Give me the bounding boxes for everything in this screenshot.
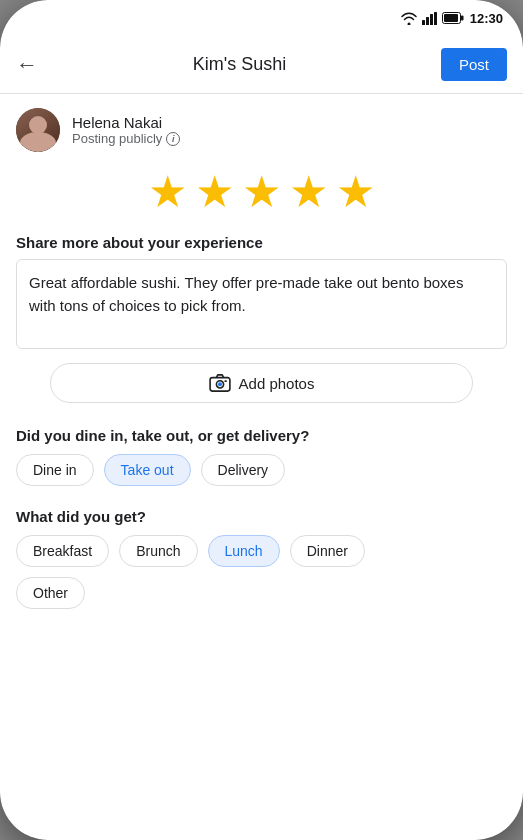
star-5[interactable]: ★ — [336, 170, 375, 214]
page-title: Kim's Sushi — [38, 54, 441, 75]
chip-dine-in[interactable]: Dine in — [16, 454, 94, 486]
dining-question: Did you dine in, take out, or get delive… — [0, 421, 523, 454]
meal-chips: Breakfast Brunch Lunch Dinner — [0, 535, 523, 583]
signal-icon — [422, 12, 437, 25]
phone-shell: 12:30 ← Kim's Sushi Post Helena Nakai Po… — [0, 0, 523, 840]
review-textarea[interactable]: Great affordable sushi. They offer pre-m… — [16, 259, 507, 349]
svg-rect-5 — [444, 14, 458, 22]
chip-breakfast[interactable]: Breakfast — [16, 535, 109, 567]
status-time: 12:30 — [470, 11, 503, 26]
star-3[interactable]: ★ — [242, 170, 281, 214]
avatar — [16, 108, 60, 152]
review-section-label: Share more about your experience — [0, 230, 523, 259]
svg-rect-3 — [434, 12, 437, 25]
meal-question: What did you get? — [0, 502, 523, 535]
battery-icon — [442, 12, 464, 24]
svg-rect-2 — [430, 14, 433, 25]
back-button[interactable]: ← — [16, 54, 38, 76]
svg-point-9 — [218, 382, 222, 386]
dining-chips: Dine in Take out Delivery — [0, 454, 523, 502]
svg-rect-10 — [224, 380, 226, 382]
posting-status: Posting publicly i — [72, 131, 180, 146]
user-row: Helena Nakai Posting publicly i — [0, 94, 523, 162]
chip-lunch[interactable]: Lunch — [208, 535, 280, 567]
chip-brunch[interactable]: Brunch — [119, 535, 197, 567]
wifi-icon — [401, 12, 417, 25]
status-icons — [401, 12, 464, 25]
post-button[interactable]: Post — [441, 48, 507, 81]
chip-delivery[interactable]: Delivery — [201, 454, 286, 486]
add-photos-button[interactable]: Add photos — [50, 363, 473, 403]
camera-icon — [209, 374, 231, 392]
screen: ← Kim's Sushi Post Helena Nakai Posting … — [0, 36, 523, 840]
chip-other[interactable]: Other — [16, 577, 85, 609]
star-1[interactable]: ★ — [148, 170, 187, 214]
svg-rect-0 — [422, 20, 425, 25]
stars-row: ★ ★ ★ ★ ★ — [0, 162, 523, 230]
user-name: Helena Nakai — [72, 114, 180, 131]
svg-rect-6 — [461, 16, 464, 21]
add-photos-label: Add photos — [239, 375, 315, 392]
user-info: Helena Nakai Posting publicly i — [72, 114, 180, 146]
chip-take-out[interactable]: Take out — [104, 454, 191, 486]
svg-rect-1 — [426, 17, 429, 25]
info-icon[interactable]: i — [166, 132, 180, 146]
app-header: ← Kim's Sushi Post — [0, 36, 523, 94]
avatar-image — [16, 108, 60, 152]
status-bar: 12:30 — [0, 0, 523, 36]
star-4[interactable]: ★ — [289, 170, 328, 214]
chip-dinner[interactable]: Dinner — [290, 535, 365, 567]
star-2[interactable]: ★ — [195, 170, 234, 214]
meal-chips-row2: Other — [0, 577, 523, 625]
